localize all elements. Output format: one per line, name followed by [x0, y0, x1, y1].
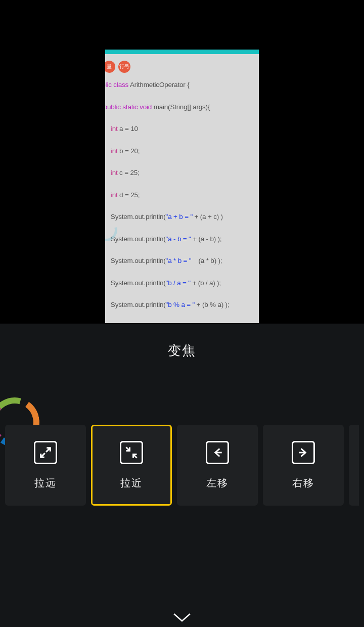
code-content: ublic class ArithmeticOperator { public …: [105, 81, 229, 308]
zoom-in-label: 拉近: [120, 476, 143, 490]
move-right-icon: [292, 441, 315, 464]
badge-1: 量: [105, 61, 115, 73]
next-card-peek[interactable]: [349, 425, 359, 506]
move-right-card[interactable]: 右移: [263, 425, 344, 506]
preview-viewport[interactable]: 量 行号 ublic class ArithmeticOperator { pu…: [105, 50, 259, 323]
move-left-card[interactable]: 左移: [177, 425, 258, 506]
zoom-in-card[interactable]: 拉近: [91, 425, 172, 506]
controls-panel: 变焦 拉远: [0, 324, 364, 627]
move-left-icon: [206, 441, 229, 464]
zoom-options-row[interactable]: 拉远 拉近 左移: [5, 425, 364, 506]
zoom-in-icon: [120, 441, 143, 464]
preview-area: 量 行号 ublic class ArithmeticOperator { pu…: [0, 0, 364, 324]
zoom-out-label: 拉远: [34, 476, 57, 490]
zoom-out-card[interactable]: 拉远: [5, 425, 86, 506]
move-left-label: 左移: [206, 476, 229, 490]
panel-title: 变焦: [0, 324, 364, 360]
confirm-button[interactable]: [171, 609, 193, 623]
app-bar: [105, 50, 259, 54]
zoom-out-icon: [34, 441, 57, 464]
move-right-label: 右移: [292, 476, 314, 490]
badge-2: 行号: [118, 61, 130, 73]
